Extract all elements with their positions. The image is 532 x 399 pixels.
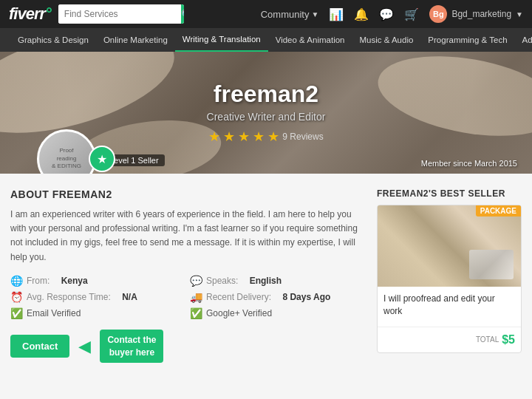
total-label: TOTAL [476, 335, 499, 344]
cat-graphics[interactable]: Graphics & Design [10, 28, 96, 52]
contact-area: Contact ◀ Contact the buyer here [10, 330, 362, 364]
search-bar[interactable]: 🔍 [58, 4, 184, 24]
left-column: ABOUT FREEMAN2 I am an experienced write… [10, 188, 377, 363]
arrow-right-icon: ◀ [78, 337, 91, 356]
profile-tagline: Creative Writer and Editor [207, 111, 326, 123]
cat-programming[interactable]: Programming & Tech [420, 28, 514, 52]
cat-video[interactable]: Video & Animation [268, 28, 352, 52]
cart-icon[interactable]: 🛒 [404, 7, 419, 21]
star-2: ★ [223, 129, 235, 145]
search-input[interactable] [58, 4, 181, 24]
fiverr-logo[interactable]: fiverr° [9, 4, 51, 24]
community-menu[interactable]: Community ▼ [261, 9, 319, 20]
bell-icon[interactable]: 🔔 [354, 7, 369, 21]
star-5: ★ [267, 129, 279, 145]
about-title: ABOUT FREEMAN2 [10, 188, 362, 200]
gig-image: PACKAGE [378, 205, 521, 287]
top-navigation: fiverr° 🔍 Community ▼ 📊 🔔 💬 🛒 Bg Bgd_mar… [0, 0, 532, 28]
reviews-count: 9 Reviews [282, 132, 323, 142]
cat-marketing[interactable]: Online Marketing [96, 28, 175, 52]
check-email-icon: ✅ [10, 307, 22, 319]
badge-icon-area: ★ [89, 146, 115, 172]
speech-icon: 💬 [190, 275, 202, 287]
star-3: ★ [238, 129, 250, 145]
truck-icon: 🚚 [190, 291, 202, 303]
cat-music[interactable]: Music & Audio [352, 28, 420, 52]
main-content: ABOUT FREEMAN2 I am an experienced write… [0, 174, 532, 373]
seller-badge-icon: ★ [89, 146, 115, 172]
chevron-down-icon: ▼ [311, 10, 318, 18]
globe-icon: 🌐 [10, 275, 22, 287]
chat-icon[interactable]: 💬 [379, 7, 394, 21]
cat-advertising[interactable]: Advertising [515, 28, 532, 52]
star-4: ★ [253, 129, 265, 145]
user-menu[interactable]: Bg Bgd_marketing ▼ [429, 5, 523, 23]
gig-title: I will proofread and edit your work [378, 287, 521, 324]
about-body: I am an experienced writer with 6 years … [10, 208, 362, 265]
gig-divider [378, 327, 521, 327]
gig-price-area: TOTAL $5 [378, 330, 521, 352]
meta-google: ✅ Google+ Verified [190, 307, 362, 319]
meta-delivery: 🚚 Recent Delivery: 8 Days Ago [190, 291, 362, 303]
clock-icon: ⏰ [10, 291, 22, 303]
star-1: ★ [208, 129, 220, 145]
gig-image-inner [378, 205, 521, 287]
user-chevron-icon: ▼ [516, 10, 523, 18]
member-since: Member since March 2015 [421, 159, 517, 168]
category-navigation: Graphics & Design Online Marketing Writi… [0, 28, 532, 52]
nav-right: Community ▼ 📊 🔔 💬 🛒 Bg Bgd_marketing ▼ [261, 5, 523, 23]
meta-speaks: 💬 Speaks: English [190, 275, 362, 287]
contact-button[interactable]: Contact [10, 335, 69, 358]
meta-from: 🌐 From: Kenya [10, 275, 183, 287]
meta-response: ⏰ Avg. Response Time: N/A [10, 291, 183, 303]
package-badge: PACKAGE [476, 205, 521, 216]
search-button[interactable]: 🔍 [181, 4, 184, 24]
meta-grid: 🌐 From: Kenya 💬 Speaks: English ⏰ Avg. R… [10, 275, 362, 319]
bestseller-title: FREEMAN2'S BEST SELLER [377, 188, 522, 199]
hero-content: freeman2 Creative Writer and Editor ★ ★ … [207, 81, 326, 145]
gig-price: $5 [502, 333, 515, 347]
username-label: Bgd_marketing [451, 9, 511, 19]
avatar: Bg [429, 5, 447, 23]
rating-stars: ★ ★ ★ ★ ★ 9 Reviews [207, 129, 326, 145]
chart-icon[interactable]: 📊 [329, 7, 344, 21]
hero-section: freeman2 Creative Writer and Editor ★ ★ … [0, 52, 532, 174]
profile-avatar: Proofreading& EDITING [37, 129, 96, 174]
gig-card[interactable]: PACKAGE I will proofread and edit your w… [377, 205, 522, 353]
check-google-icon: ✅ [190, 307, 202, 319]
profile-username: freeman2 [207, 81, 326, 108]
right-column: FREEMAN2'S BEST SELLER PACKAGE I will pr… [377, 188, 522, 363]
meta-email: ✅ Email Verified [10, 307, 183, 319]
cat-writing[interactable]: Writing & Translation [175, 28, 268, 52]
contact-hint: Contact the buyer here [100, 330, 163, 364]
